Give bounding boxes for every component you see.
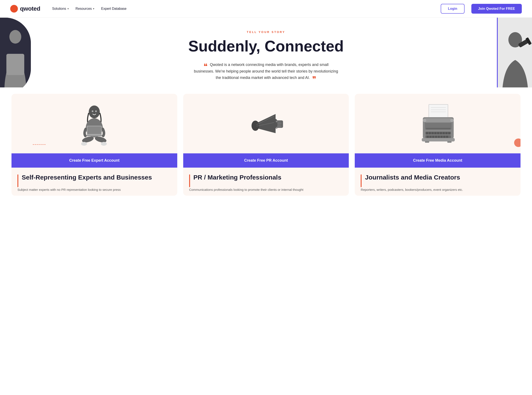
join-button[interactable]: Join Qwoted For FREE <box>471 4 522 14</box>
svg-point-14 <box>81 142 87 146</box>
logo-text: qwoted <box>20 5 40 12</box>
nav-solutions[interactable]: Solutions ▾ <box>52 7 69 11</box>
nav-expert-database[interactable]: Expert Database <box>101 7 126 11</box>
svg-rect-56 <box>422 138 455 142</box>
svg-point-35 <box>450 119 454 122</box>
svg-rect-11 <box>85 135 103 136</box>
svg-rect-46 <box>448 132 450 134</box>
logo-icon <box>10 5 18 12</box>
hero-title: Suddenly, Connected <box>10 38 522 55</box>
create-pr-account-button[interactable]: Create Free PR Account <box>183 153 349 168</box>
svg-rect-42 <box>437 132 439 134</box>
navbar: qwoted Solutions ▾ Resources ▾ Expert Da… <box>0 0 532 18</box>
svg-rect-55 <box>446 136 448 138</box>
svg-rect-52 <box>438 136 440 138</box>
svg-point-22 <box>276 127 277 129</box>
expert-card-desc: Subject matter experts with no PR repres… <box>17 187 171 192</box>
svg-rect-39 <box>429 132 431 134</box>
nav-solutions-label: Solutions <box>52 7 66 11</box>
hero-section: TELL YOUR STORY Suddenly, Connected ❝ Qw… <box>0 18 532 88</box>
hero-description: ❝ Qwoted is a network connecting media w… <box>194 61 338 81</box>
svg-point-16 <box>92 110 94 112</box>
svg-point-1 <box>9 30 21 44</box>
pr-illustration <box>243 100 289 153</box>
svg-rect-41 <box>434 132 437 134</box>
chevron-down-icon: ▾ <box>93 7 94 10</box>
card-divider <box>17 174 18 187</box>
nav-resources[interactable]: Resources ▾ <box>76 7 94 11</box>
media-illustration <box>414 100 461 153</box>
svg-rect-33 <box>424 118 453 122</box>
side-person-right <box>497 18 532 88</box>
logo[interactable]: qwoted <box>10 5 40 12</box>
pr-card-desc: Communications professionals looking to … <box>189 187 343 192</box>
expert-card-content: Self-Representing Experts and Businesses… <box>11 168 177 196</box>
svg-rect-50 <box>432 136 434 138</box>
pr-card-category: PR / Marketing Professionals <box>194 174 281 181</box>
svg-rect-49 <box>429 136 432 138</box>
hero-description-text: Qwoted is a network connecting media wit… <box>194 63 338 80</box>
svg-rect-44 <box>443 132 445 134</box>
pr-card-content: PR / Marketing Professionals Communicati… <box>183 168 349 196</box>
pr-card-image <box>183 94 349 153</box>
svg-rect-57 <box>425 141 429 143</box>
svg-rect-51 <box>435 136 437 138</box>
create-media-account-button[interactable]: Create Free Media Account <box>355 153 521 168</box>
media-card-category: Journalists and Media Creators <box>365 174 460 181</box>
deco-corner <box>514 138 521 147</box>
svg-rect-54 <box>443 136 445 138</box>
quote-close-icon: ❞ <box>312 75 316 84</box>
nav-resources-label: Resources <box>76 7 92 11</box>
svg-rect-43 <box>440 132 442 134</box>
expert-card-category: Self-Representing Experts and Businesses <box>22 174 152 181</box>
card-divider <box>189 174 190 187</box>
svg-rect-2 <box>6 54 24 75</box>
svg-point-34 <box>423 119 426 122</box>
svg-rect-48 <box>427 136 429 138</box>
deco-dash <box>33 144 45 145</box>
svg-point-17 <box>95 110 97 112</box>
card-divider <box>361 174 361 187</box>
svg-rect-36 <box>426 128 450 130</box>
login-button[interactable]: Login <box>441 4 465 14</box>
svg-rect-45 <box>445 132 448 134</box>
svg-rect-58 <box>447 141 452 143</box>
svg-rect-40 <box>432 132 434 134</box>
svg-point-7 <box>89 105 100 118</box>
svg-point-15 <box>101 142 107 146</box>
create-expert-account-button[interactable]: Create Free Expert Account <box>11 153 177 168</box>
expert-illustration <box>71 100 118 153</box>
media-card-content: Journalists and Media Creators Reporters… <box>355 168 521 196</box>
nav-expert-database-label: Expert Database <box>101 7 126 11</box>
expert-card: Create Free Expert Account Self-Represen… <box>11 94 177 196</box>
pr-card: Create Free PR Account PR / Marketing Pr… <box>183 94 349 196</box>
svg-rect-10 <box>88 126 101 134</box>
side-person-left <box>0 18 31 88</box>
svg-rect-38 <box>426 132 428 134</box>
chevron-down-icon: ▾ <box>67 7 69 10</box>
expert-card-image <box>11 94 177 153</box>
media-card-desc: Reporters, writers, podcasters, bookers/… <box>361 187 515 192</box>
svg-rect-53 <box>440 136 443 138</box>
media-card: Create Free Media Account Journalists an… <box>355 94 521 196</box>
media-card-image <box>355 94 521 153</box>
cards-section: Create Free Expert Account Self-Represen… <box>0 94 532 204</box>
hero-kicker: TELL YOUR STORY <box>10 30 522 34</box>
